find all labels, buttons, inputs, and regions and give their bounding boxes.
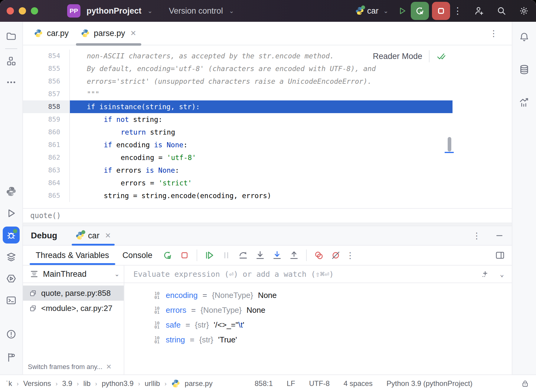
code-editor[interactable]: Reader Mode 854non-ASCII characters, as … [23, 45, 512, 209]
pause-icon[interactable] [218, 247, 234, 263]
hide-panel-button[interactable] [495, 231, 504, 240]
code-line-857[interactable]: 857""" [23, 88, 512, 100]
debug-tool-window-icon[interactable] [3, 227, 20, 243]
editor-breadcrumb[interactable]: quote() [23, 209, 512, 223]
stack-frame[interactable]: quote, parse.py:858 [23, 286, 124, 301]
status-widget[interactable]: 858:1 [255, 379, 273, 388]
line-number[interactable]: 859 [23, 113, 70, 126]
run-configuration-selector[interactable]: car ⌄ [355, 6, 388, 16]
services-layers-icon[interactable] [3, 248, 20, 265]
git-flag-icon[interactable] [3, 349, 20, 366]
settings-gear-icon[interactable] [518, 5, 529, 16]
thread-selector[interactable]: MainThread ⌄ [23, 266, 124, 283]
more-actions-menu[interactable]: ⋮ [453, 9, 462, 13]
code-line-860[interactable]: 860return string [23, 126, 512, 139]
step-into-icon[interactable] [252, 247, 268, 263]
code-line-858[interactable]: 858if isinstance(string, str): [23, 100, 512, 113]
tab-console[interactable]: Console [116, 246, 159, 265]
line-number[interactable]: 862 [23, 151, 70, 164]
debug-session-tab[interactable]: car ✕ [72, 226, 115, 245]
breadcrumb-item[interactable]: lib [83, 379, 90, 388]
code-line-862[interactable]: 862encoding = 'utf-8' [23, 151, 512, 164]
notifications-bell-icon[interactable] [516, 28, 533, 45]
chevron-down-icon[interactable]: ⌄ [500, 270, 504, 278]
layout-settings-icon[interactable] [495, 250, 505, 260]
problems-icon[interactable] [3, 326, 20, 343]
stop-icon[interactable] [177, 247, 192, 263]
breadcrumb-item[interactable]: python3.9 [102, 379, 133, 388]
more-tool-windows-icon[interactable] [3, 74, 20, 91]
close-icon[interactable]: ✕ [106, 363, 112, 371]
run-button[interactable] [397, 5, 408, 16]
breadcrumb-item[interactable]: urllib [145, 379, 160, 388]
tab-threads-variables[interactable]: Threads & Variables [29, 246, 116, 265]
breadcrumb-item[interactable]: ˙k [6, 379, 12, 388]
reader-mode-pill[interactable]: Reader Mode [373, 50, 446, 62]
rerun-debug-button[interactable] [411, 2, 429, 20]
code-text[interactable]: string = string.encode(encoding, errors) [70, 189, 512, 202]
debug-options-menu[interactable]: ⋮ [471, 234, 483, 237]
status-widget[interactable]: 4 spaces [344, 379, 373, 388]
code-line-855[interactable]: 855By default, encoding='utf-8' (charact… [23, 62, 512, 75]
endpoints-chart-icon[interactable] [516, 94, 533, 111]
status-widget[interactable]: UTF-8 [309, 379, 330, 388]
variable-row[interactable]: 1001encoding={NoneType}None [153, 288, 512, 303]
project-name[interactable]: pythonProject [87, 6, 142, 16]
tab-options-menu[interactable]: ⋮ [489, 32, 498, 35]
close-window-button[interactable] [7, 7, 14, 15]
mute-breakpoints-icon[interactable] [328, 247, 344, 263]
code-line-859[interactable]: 859if not string: [23, 113, 512, 126]
project-badge[interactable]: PP [67, 4, 80, 18]
status-widget[interactable]: Python 3.9 (pythonProject) [387, 379, 472, 388]
code-line-856[interactable]: 856errors='strict' (unsupported characte… [23, 75, 512, 88]
line-number[interactable]: 863 [23, 164, 70, 177]
code-line-863[interactable]: 863if errors is None: [23, 164, 512, 177]
view-breakpoints-icon[interactable] [311, 247, 327, 263]
editor-tab-parse-py[interactable]: parse.py✕ [75, 22, 142, 45]
variable-row[interactable]: 1001errors={NoneType}None [153, 303, 512, 318]
step-into-my-code-icon[interactable] [269, 247, 285, 263]
resume-icon[interactable] [201, 247, 217, 263]
panel-splitter[interactable] [23, 223, 512, 226]
debug-toolbar-more-menu[interactable]: ⋮ [344, 254, 356, 257]
add-watch-icon[interactable] [481, 270, 490, 279]
code-text[interactable]: if isinstance(string, str): [70, 100, 512, 113]
line-number[interactable]: 858 [23, 100, 70, 113]
code-text[interactable]: encoding = 'utf-8' [70, 151, 512, 164]
step-over-icon[interactable] [235, 247, 251, 263]
close-icon[interactable]: ✕ [130, 29, 136, 38]
stop-button[interactable] [432, 2, 450, 20]
variable-row[interactable]: 1001string={str}'True' [153, 332, 512, 347]
project-folder-icon[interactable] [3, 28, 20, 45]
editor-vertical-scrollbar[interactable] [448, 137, 451, 152]
stack-frame[interactable]: <module>, car.py:27 [23, 301, 124, 316]
line-number[interactable]: 860 [23, 126, 70, 139]
status-widget[interactable]: LF [287, 379, 295, 388]
python-console-icon[interactable] [3, 183, 20, 200]
code-line-864[interactable]: 864errors = 'strict' [23, 177, 512, 189]
line-number[interactable]: 857 [23, 88, 70, 100]
structure-icon[interactable] [3, 53, 20, 70]
evaluate-expression-input[interactable]: Evaluate expression (⏎) or add a watch (… [124, 266, 512, 283]
breadcrumb-item[interactable]: 3.9 [62, 379, 72, 388]
variable-row[interactable]: 1001safe={str}'/<>_="\t' [153, 318, 512, 332]
step-out-icon[interactable] [286, 247, 302, 263]
code-text[interactable]: if not string: [70, 113, 512, 126]
code-text[interactable]: errors = 'strict' [70, 177, 512, 189]
line-number[interactable]: 861 [23, 139, 70, 151]
python-packages-icon[interactable] [3, 270, 20, 287]
code-text[interactable]: if errors is None: [70, 164, 512, 177]
code-text[interactable]: """ [70, 88, 512, 100]
minimize-window-button[interactable] [19, 7, 26, 15]
line-number[interactable]: 855 [23, 62, 70, 75]
code-text[interactable]: if encoding is None: [70, 139, 512, 151]
code-line-861[interactable]: 861if encoding is None: [23, 139, 512, 151]
vcs-menu[interactable]: Version control [169, 6, 223, 16]
breadcrumb-item[interactable]: Versions [23, 379, 51, 388]
line-number[interactable]: 854 [23, 50, 70, 62]
search-icon[interactable] [496, 5, 507, 16]
code-text[interactable]: By default, encoding='utf-8' (characters… [70, 62, 512, 75]
line-number[interactable]: 856 [23, 75, 70, 88]
lock-icon[interactable] [521, 379, 529, 388]
close-icon[interactable]: ✕ [105, 231, 111, 240]
